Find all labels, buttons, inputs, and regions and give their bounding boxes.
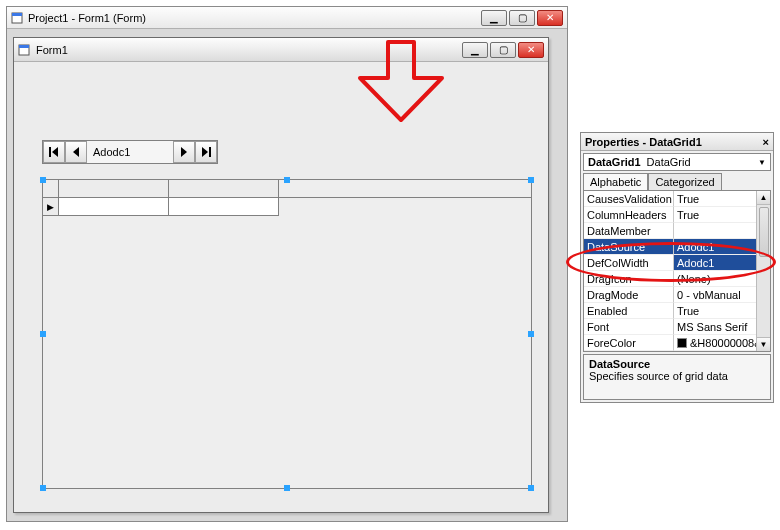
grid-col-header[interactable] xyxy=(169,180,279,197)
svg-rect-9 xyxy=(209,147,211,157)
scroll-up-icon[interactable]: ▲ xyxy=(757,191,770,205)
properties-tabs: Alphabetic Categorized xyxy=(583,173,771,190)
adodc-next-button[interactable] xyxy=(173,141,195,163)
first-icon xyxy=(49,147,59,157)
minimize-button[interactable]: ▁ xyxy=(481,10,507,26)
resize-handle[interactable] xyxy=(40,177,46,183)
datagrid-row: ▶ xyxy=(43,198,531,216)
form-designer-surface[interactable]: Adodc1 ▶ xyxy=(16,64,546,510)
resize-handle[interactable] xyxy=(528,177,534,183)
property-row-datasource: DataSourceAdodc1▼ xyxy=(584,239,770,255)
row-indicator-icon: ▶ xyxy=(43,198,59,216)
object-class: DataGrid xyxy=(647,156,691,168)
adodc-first-button[interactable] xyxy=(43,141,65,163)
object-name: DataGrid1 xyxy=(588,156,641,168)
form-close-button[interactable]: ✕ xyxy=(518,42,544,58)
object-selector[interactable]: DataGrid1 DataGrid ▼ xyxy=(583,153,771,171)
description-text: Specifies source of grid data xyxy=(589,370,728,382)
prev-icon xyxy=(72,147,80,157)
mdi-client-area: Form1 ▁ ▢ ✕ Adodc1 xyxy=(9,31,565,519)
form-maximize-button[interactable]: ▢ xyxy=(490,42,516,58)
property-value: &H80000008& xyxy=(690,337,762,349)
properties-grid[interactable]: CausesValidationTrue ColumnHeadersTrue D… xyxy=(583,190,771,352)
adodc-prev-button[interactable] xyxy=(65,141,87,163)
properties-panel: Properties - DataGrid1 × DataGrid1 DataG… xyxy=(580,132,774,403)
properties-scrollbar[interactable]: ▲ ▼ xyxy=(756,191,770,351)
property-row: CausesValidationTrue xyxy=(584,191,770,207)
form-icon xyxy=(18,44,30,56)
designer-mdi-window: Project1 - Form1 (Form) ▁ ▢ ✕ Form1 ▁ ▢ … xyxy=(6,6,568,522)
property-row: DragIcon(None) xyxy=(584,271,770,287)
property-description: DataSource Specifies source of grid data xyxy=(583,354,771,400)
description-title: DataSource xyxy=(589,358,765,370)
svg-marker-5 xyxy=(52,147,58,157)
property-row: ColumnHeadersTrue xyxy=(584,207,770,223)
tab-categorized[interactable]: Categorized xyxy=(648,173,721,190)
grid-cell[interactable] xyxy=(59,198,169,216)
maximize-button[interactable]: ▢ xyxy=(509,10,535,26)
svg-rect-4 xyxy=(49,147,51,157)
datagrid-control[interactable]: ▶ xyxy=(42,179,532,489)
scroll-thumb[interactable] xyxy=(759,207,769,257)
form-minimize-button[interactable]: ▁ xyxy=(462,42,488,58)
svg-marker-8 xyxy=(202,147,208,157)
mdi-titlebar[interactable]: Project1 - Form1 (Form) ▁ ▢ ✕ xyxy=(7,7,567,29)
svg-marker-6 xyxy=(73,147,79,157)
dropdown-icon: ▼ xyxy=(758,158,766,167)
properties-close-icon[interactable]: × xyxy=(763,136,769,148)
svg-rect-1 xyxy=(12,13,22,16)
svg-rect-3 xyxy=(19,45,29,48)
grid-col-header[interactable] xyxy=(59,180,169,197)
resize-handle[interactable] xyxy=(528,331,534,337)
adodc-caption: Adodc1 xyxy=(87,141,173,163)
form-window[interactable]: Form1 ▁ ▢ ✕ Adodc1 xyxy=(13,37,549,513)
resize-handle[interactable] xyxy=(284,177,290,183)
property-value: Adodc1 xyxy=(677,241,714,253)
properties-title: Properties - DataGrid1 xyxy=(585,136,702,148)
last-icon xyxy=(201,147,211,157)
form-title: Form1 xyxy=(36,44,68,56)
adodc-control[interactable]: Adodc1 xyxy=(42,140,218,164)
resize-handle[interactable] xyxy=(528,485,534,491)
tab-alphabetic[interactable]: Alphabetic xyxy=(583,173,648,190)
property-row: DataMember xyxy=(584,223,770,239)
scroll-down-icon[interactable]: ▼ xyxy=(757,337,770,351)
resize-handle[interactable] xyxy=(40,485,46,491)
resize-handle[interactable] xyxy=(40,331,46,337)
next-icon xyxy=(180,147,188,157)
property-row: FontMS Sans Serif xyxy=(584,319,770,335)
property-row: DragMode0 - vbManual xyxy=(584,287,770,303)
adodc-last-button[interactable] xyxy=(195,141,217,163)
property-row: ForeColor&H80000008& xyxy=(584,335,770,351)
property-row-dropdown-item: DefColWidthAdodc1 xyxy=(584,255,770,271)
color-swatch-icon xyxy=(677,338,687,348)
svg-marker-7 xyxy=(181,147,187,157)
close-button[interactable]: ✕ xyxy=(537,10,563,26)
form-titlebar[interactable]: Form1 ▁ ▢ ✕ xyxy=(14,38,548,62)
mdi-title: Project1 - Form1 (Form) xyxy=(28,12,476,24)
form-icon xyxy=(11,12,23,24)
grid-cell[interactable] xyxy=(169,198,279,216)
property-row: EnabledTrue xyxy=(584,303,770,319)
resize-handle[interactable] xyxy=(284,485,290,491)
properties-titlebar[interactable]: Properties - DataGrid1 × xyxy=(581,133,773,151)
